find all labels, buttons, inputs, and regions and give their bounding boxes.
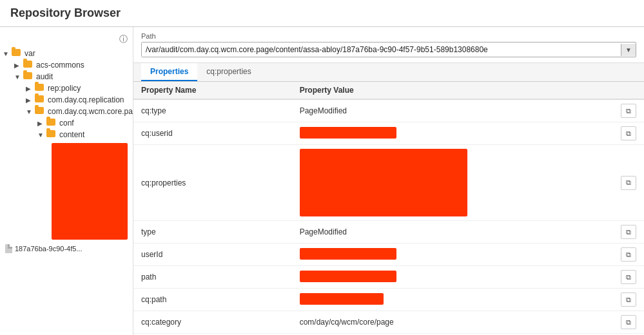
prop-name-cell: cq:path — [133, 289, 292, 311]
tree-item-rep-policy[interactable]: ▶ rep:policy — [23, 82, 133, 94]
copy-button[interactable]: ⧉ — [621, 104, 636, 118]
prop-action-cell: ⧉ — [613, 99, 644, 122]
file-node[interactable]: 187a76ba-9c90-4f5... — [0, 242, 133, 255]
prop-action-cell: ⧉ — [613, 266, 644, 289]
tree-root: ▼ var ▶ acs-commons ▼ audit — [0, 48, 133, 240]
prop-name-cell: cq:category — [133, 311, 292, 334]
table-row: cq:path⧉ — [133, 289, 644, 311]
tree-item-audit[interactable]: ▼ audit — [12, 71, 133, 82]
folder-icon-conf — [46, 119, 57, 128]
properties-table: Property Name Property Value cq:typePage… — [133, 82, 644, 335]
table-row: userId⧉ — [133, 244, 644, 266]
main-layout: ⓘ ▼ var ▶ acs-commons ▼ — [0, 27, 644, 335]
redacted-value — [300, 271, 396, 282]
tree-children-content — [35, 143, 133, 240]
redacted-value — [300, 248, 396, 260]
folder-icon-cq-replication — [35, 95, 45, 104]
copy-button[interactable]: ⧉ — [621, 126, 636, 140]
path-input-wrap: ▼ — [141, 42, 636, 57]
file-icon — [5, 244, 12, 253]
right-panel: Path ▼ Properties cq:properties Property… — [133, 27, 644, 335]
redacted-value — [300, 149, 467, 216]
redacted-value — [300, 127, 396, 139]
toggle-content[interactable]: ▼ — [37, 131, 46, 139]
selected-content-block — [52, 143, 128, 240]
prop-value-cell — [292, 289, 613, 311]
table-header-row: Property Name Property Value — [133, 82, 644, 99]
tree-item-cq-replication[interactable]: ▶ com.day.cq.replication — [23, 94, 133, 106]
copy-button[interactable]: ⧉ — [621, 270, 636, 284]
table-row: cq:categorycom/day/cq/wcm/core/page⧉ — [133, 311, 644, 334]
sidebar: ⓘ ▼ var ▶ acs-commons ▼ — [0, 27, 133, 335]
table-row: cq:typePageModified⧉ — [133, 99, 644, 122]
tab-cq-properties[interactable]: cq:properties — [197, 63, 260, 81]
table-row: cq:properties⧉ — [133, 145, 644, 221]
col-header-name: Property Name — [133, 82, 292, 99]
col-header-action — [613, 82, 644, 99]
path-label: Path — [141, 32, 636, 40]
prop-name-cell: path — [133, 266, 292, 289]
prop-name-cell: userId — [133, 244, 292, 266]
label-content: content — [59, 130, 84, 139]
path-input[interactable] — [142, 43, 621, 57]
copy-button[interactable]: ⧉ — [621, 292, 636, 307]
prop-name-cell: cq:userid — [133, 122, 292, 145]
tree-item-content[interactable]: ▼ content — [35, 129, 133, 140]
prop-value-cell — [292, 266, 613, 289]
toggle-acs-commons[interactable]: ▶ — [14, 62, 23, 69]
table-row: cq:userid⧉ — [133, 122, 644, 145]
tree-children-cq-wcm-core-page: ▶ conf ▼ content — [23, 117, 133, 240]
folder-icon-rep-policy — [35, 84, 45, 93]
copy-button[interactable]: ⧉ — [621, 315, 636, 329]
toggle-cq-replication[interactable]: ▶ — [26, 97, 35, 104]
label-cq-wcm-core-page: com.day.cq.wcm.core.page — [48, 107, 133, 116]
folder-icon-acs-commons — [23, 61, 34, 70]
tree-children-var: ▶ acs-commons ▼ audit ▶ rep:policy — [0, 59, 133, 240]
col-header-value: Property Value — [292, 82, 613, 99]
prop-value-cell: com/day/cq/wcm/core/page — [292, 311, 613, 334]
prop-name-cell: cq:type — [133, 99, 292, 122]
toggle-conf[interactable]: ▶ — [37, 120, 46, 127]
prop-value-cell — [292, 122, 613, 145]
path-dropdown-btn[interactable]: ▼ — [621, 44, 636, 56]
prop-action-cell: ⧉ — [613, 289, 644, 311]
prop-action-cell: ⧉ — [613, 145, 644, 221]
folder-icon-var — [12, 49, 22, 58]
label-audit: audit — [36, 72, 53, 81]
copy-button[interactable]: ⧉ — [621, 247, 636, 262]
prop-value-cell: PageModified — [292, 221, 613, 244]
toggle-cq-wcm-core-page[interactable]: ▼ — [26, 108, 35, 115]
app-title: Repository Browser — [10, 6, 121, 19]
toggle-rep-policy[interactable]: ▶ — [26, 85, 35, 92]
prop-name-cell: cq:properties — [133, 145, 292, 221]
tree-item-cq-wcm-core-page[interactable]: ▼ com.day.cq.wcm.core.page — [23, 106, 133, 117]
tree-item-acs-commons[interactable]: ▶ acs-commons — [12, 59, 133, 71]
tab-properties[interactable]: Properties — [141, 63, 197, 81]
prop-action-cell: ⧉ — [613, 122, 644, 145]
folder-icon-audit — [23, 72, 34, 81]
table-row: path⧉ — [133, 266, 644, 289]
label-acs-commons: acs-commons — [36, 61, 84, 70]
sidebar-info: ⓘ — [0, 32, 133, 48]
label-conf: conf — [59, 119, 74, 128]
toggle-var[interactable]: ▼ — [3, 50, 12, 57]
toggle-audit[interactable]: ▼ — [14, 73, 23, 81]
label-var: var — [24, 49, 35, 58]
label-rep-policy: rep:policy — [48, 84, 81, 93]
copy-button[interactable]: ⧉ — [621, 225, 636, 239]
label-cq-replication: com.day.cq.replication — [48, 95, 124, 104]
folder-icon-content — [46, 130, 57, 139]
tree-item-var[interactable]: ▼ var — [0, 48, 133, 59]
tree-item-conf[interactable]: ▶ conf — [35, 117, 133, 129]
properties-panel: Property Name Property Value cq:typePage… — [133, 82, 644, 335]
prop-value-cell: PageModified — [292, 99, 613, 122]
info-icon[interactable]: ⓘ — [119, 34, 128, 44]
prop-value-cell — [292, 244, 613, 266]
prop-value-cell — [292, 145, 613, 221]
tree-children-audit: ▶ rep:policy ▶ com.day.cq.replication ▼ — [12, 82, 133, 240]
path-bar: Path ▼ — [133, 27, 644, 63]
prop-action-cell: ⧉ — [613, 244, 644, 266]
redacted-value — [300, 293, 384, 305]
copy-button[interactable]: ⧉ — [621, 176, 636, 190]
folder-icon-cq-wcm-core-page — [35, 107, 45, 116]
